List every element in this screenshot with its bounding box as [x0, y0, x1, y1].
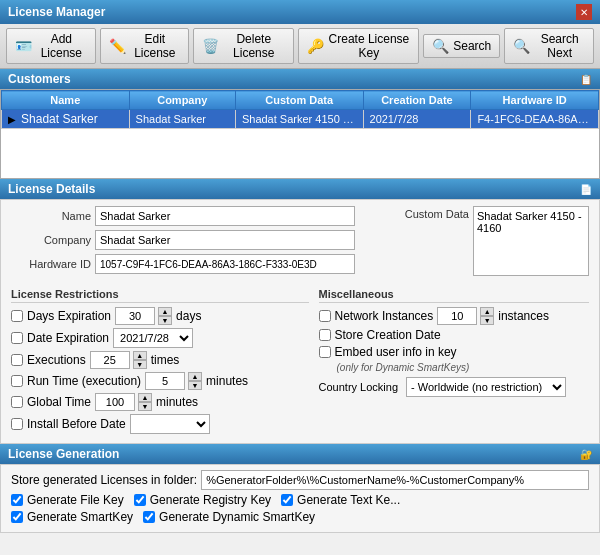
- gen-text-key-checkbox[interactable]: [281, 494, 293, 506]
- row-custom-data: Shadat Sarker 4150 - 4160: [235, 110, 363, 129]
- embed-user-info-note: (only for Dynamic SmartKeys): [337, 362, 589, 373]
- company-input[interactable]: [95, 230, 355, 250]
- license-generation-section-header: License Generation 🔐: [0, 444, 600, 464]
- folder-row: Store generated Licenses in folder:: [11, 470, 589, 490]
- date-expiration-select[interactable]: 2021/7/28: [113, 328, 193, 348]
- title-bar-text: License Manager: [8, 5, 105, 19]
- install-before-date-row: Install Before Date: [11, 414, 309, 434]
- date-expiration-label: Date Expiration: [27, 331, 109, 345]
- store-creation-date-row: Store Creation Date: [319, 328, 589, 342]
- install-before-date-label: Install Before Date: [27, 417, 126, 431]
- network-instances-input[interactable]: [437, 307, 477, 325]
- license-details-label: License Details: [8, 182, 95, 196]
- customers-section-header: Customers 📋: [0, 69, 600, 89]
- create-license-key-button[interactable]: 🔑 Create License Key: [298, 28, 420, 64]
- create-license-key-icon: 🔑: [307, 38, 324, 54]
- hardware-id-input[interactable]: [95, 254, 355, 274]
- hardware-id-label: Hardware ID: [11, 258, 91, 270]
- run-time-label: Run Time (execution): [27, 374, 141, 388]
- customers-table: Name Company Custom Data Creation Date H…: [1, 90, 599, 129]
- country-locking-row: Country Locking - Worldwide (no restrict…: [319, 377, 589, 397]
- gen-registry-key-label: Generate Registry Key: [150, 493, 271, 507]
- network-instances-label: Network Instances: [335, 309, 434, 323]
- executions-row: Executions ▲ ▼ times: [11, 351, 309, 369]
- search-next-icon: 🔍: [513, 38, 530, 54]
- edit-license-button[interactable]: ✏️ Edit License: [100, 28, 189, 64]
- delete-license-icon: 🗑️: [202, 38, 219, 54]
- run-time-checkbox[interactable]: [11, 375, 23, 387]
- network-instances-row: Network Instances ▲ ▼ instances: [319, 307, 589, 325]
- executions-up-arrow[interactable]: ▲: [133, 351, 147, 360]
- customers-area: Name Company Custom Data Creation Date H…: [0, 89, 600, 179]
- days-down-arrow[interactable]: ▼: [158, 316, 172, 325]
- delete-license-button[interactable]: 🗑️ Delete License: [193, 28, 294, 64]
- search-button[interactable]: 🔍 Search: [423, 34, 500, 58]
- gen-registry-key-row: Generate Registry Key: [134, 493, 271, 507]
- row-name: ▶ Shadat Sarker: [2, 110, 130, 129]
- license-details-icon: 📄: [580, 184, 592, 195]
- run-time-input[interactable]: [145, 372, 185, 390]
- row-hardware-id: F4-1FC6-DEAA-86A3-186C-F3...: [471, 110, 599, 129]
- customers-table-header-row: Name Company Custom Data Creation Date H…: [2, 91, 599, 110]
- network-instances-checkbox[interactable]: [319, 310, 331, 322]
- license-generation-panel: Store generated Licenses in folder: Gene…: [0, 464, 600, 533]
- days-expiration-input[interactable]: [115, 307, 155, 325]
- add-license-label: Add License: [36, 32, 87, 60]
- install-before-date-checkbox[interactable]: [11, 418, 23, 430]
- row-creation-date: 2021/7/28: [363, 110, 471, 129]
- add-license-button[interactable]: 🪪 Add License: [6, 28, 96, 64]
- executions-checkbox[interactable]: [11, 354, 23, 366]
- toolbar: 🪪 Add License ✏️ Edit License 🗑️ Delete …: [0, 24, 600, 69]
- embed-user-info-checkbox[interactable]: [319, 346, 331, 358]
- gen-checkboxes-row2: Generate SmartKey Generate Dynamic Smart…: [11, 510, 589, 527]
- days-expiration-checkbox[interactable]: [11, 310, 23, 322]
- search-label: Search: [453, 39, 491, 53]
- gen-dynamic-smartkey-checkbox[interactable]: [143, 511, 155, 523]
- global-time-checkbox[interactable]: [11, 396, 23, 408]
- date-expiration-checkbox[interactable]: [11, 332, 23, 344]
- net-down-arrow[interactable]: ▼: [480, 316, 494, 325]
- date-expiration-row: Date Expiration 2021/7/28: [11, 328, 309, 348]
- add-license-icon: 🪪: [15, 38, 32, 54]
- global-time-input[interactable]: [95, 393, 135, 411]
- net-up-arrow[interactable]: ▲: [480, 307, 494, 316]
- col-hardware-id: Hardware ID: [471, 91, 599, 110]
- table-row[interactable]: ▶ Shadat Sarker Shadat Sarker Shadat Sar…: [2, 110, 599, 129]
- run-time-down-arrow[interactable]: ▼: [188, 381, 202, 390]
- embed-user-info-row: Embed user info in key: [319, 345, 589, 359]
- install-before-date-select[interactable]: [130, 414, 210, 434]
- days-unit: days: [176, 309, 201, 323]
- global-time-down-arrow[interactable]: ▼: [138, 402, 152, 411]
- gen-registry-key-checkbox[interactable]: [134, 494, 146, 506]
- gen-file-key-checkbox[interactable]: [11, 494, 23, 506]
- close-button[interactable]: ✕: [576, 4, 592, 20]
- folder-label: Store generated Licenses in folder:: [11, 473, 197, 487]
- col-name: Name: [2, 91, 130, 110]
- store-creation-date-checkbox[interactable]: [319, 329, 331, 341]
- create-license-key-label: Create License Key: [328, 32, 411, 60]
- gen-file-key-row: Generate File Key: [11, 493, 124, 507]
- run-time-up-arrow[interactable]: ▲: [188, 372, 202, 381]
- search-next-button[interactable]: 🔍 Search Next: [504, 28, 594, 64]
- gen-text-key-label: Generate Text Ke...: [297, 493, 400, 507]
- license-generation-icon: 🔐: [580, 449, 592, 460]
- global-time-up-arrow[interactable]: ▲: [138, 393, 152, 402]
- country-locking-select[interactable]: - Worldwide (no restriction): [406, 377, 566, 397]
- custom-data-label: Custom Data: [389, 206, 469, 220]
- customers-section-icon: 📋: [580, 74, 592, 85]
- license-details-panel: Name Company Hardware ID Custom Data Sha…: [0, 199, 600, 444]
- col-custom-data: Custom Data: [235, 91, 363, 110]
- gen-smartkey-row: Generate SmartKey: [11, 510, 133, 524]
- name-input[interactable]: [95, 206, 355, 226]
- gen-smartkey-checkbox[interactable]: [11, 511, 23, 523]
- executions-label: Executions: [27, 353, 86, 367]
- global-time-unit: minutes: [156, 395, 198, 409]
- folder-input[interactable]: [201, 470, 589, 490]
- executions-input[interactable]: [90, 351, 130, 369]
- store-creation-date-label: Store Creation Date: [335, 328, 441, 342]
- gen-smartkey-label: Generate SmartKey: [27, 510, 133, 524]
- days-up-arrow[interactable]: ▲: [158, 307, 172, 316]
- executions-down-arrow[interactable]: ▼: [133, 360, 147, 369]
- custom-data-textarea[interactable]: Shadat Sarker 4150 - 4160: [473, 206, 589, 276]
- row-company: Shadat Sarker: [129, 110, 235, 129]
